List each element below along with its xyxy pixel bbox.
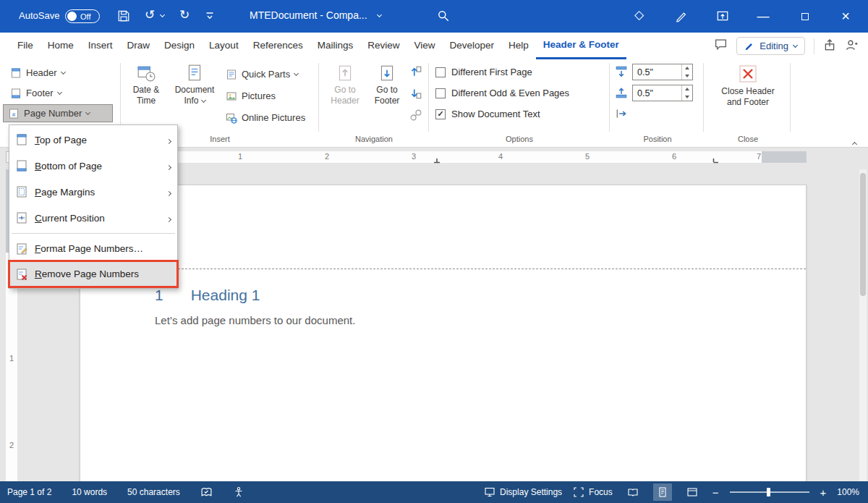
menu-item-page-margins[interactable]: Page Margins [9,179,177,205]
tab-header-footer[interactable]: Header & Footer [536,33,626,59]
quick-access-menu-icon[interactable] [204,9,216,21]
center-tab-stop-icon[interactable] [433,154,441,167]
ribbon-options-icon[interactable] [716,9,729,22]
accessibility-icon[interactable] [233,486,244,498]
tab-home[interactable]: Home [41,33,81,59]
autosave-label: AutoSave [19,10,59,21]
online-pictures-button[interactable]: Online Pictures [221,109,310,127]
menu-item-label: Top of Page [35,135,87,145]
next-icon[interactable] [409,87,422,103]
spin-up-icon[interactable] [682,85,692,93]
menu-item-bottom-of-page[interactable]: Bottom of Page [9,153,177,179]
checkbox-icon[interactable] [435,88,446,98]
scrollbar-thumb[interactable] [860,173,866,296]
page-number-button[interactable]: # Page Number [3,104,113,122]
document-body-text[interactable]: Let’s add page numbers to our document. [155,314,355,326]
tab-review[interactable]: Review [360,33,407,59]
date-time-button[interactable]: Date & Time [124,64,168,106]
spinner-buttons [681,64,692,80]
svg-text:#: # [12,111,16,117]
tab-references[interactable]: References [246,33,310,59]
go-to-header-button[interactable]: Go to Header [324,64,366,106]
autosave-toggle[interactable]: Off [65,9,100,23]
document-heading[interactable]: 1 Heading 1 [155,287,260,304]
header-from-top-spinner[interactable] [632,64,693,80]
document-title[interactable]: MTEDocument - Compa... [250,9,381,21]
quick-parts-button[interactable]: Quick Parts [221,65,302,83]
header-caret-icon [61,69,66,75]
undo-caret-icon[interactable] [161,14,164,17]
word-count[interactable]: 10 words [72,487,107,497]
insert-alignment-tab-icon[interactable] [615,107,628,123]
footer-from-bottom-spinner[interactable] [632,85,693,101]
tab-layout[interactable]: Layout [202,33,246,59]
tab-insert[interactable]: Insert [81,33,120,59]
link-to-previous-icon[interactable] [409,109,422,124]
right-tab-stop-icon[interactable] [712,154,719,167]
diamond-icon[interactable]: ◇ [634,9,644,21]
previous-icon[interactable] [409,65,422,81]
zoom-in-button[interactable]: + [820,486,827,499]
display-settings-button[interactable]: Display Settings [484,486,562,498]
submenu-arrow-icon [167,135,171,145]
proofing-icon[interactable] [200,486,213,499]
tab-mailings[interactable]: Mailings [310,33,361,59]
page-number-icon: # [8,108,20,119]
save-icon[interactable] [117,9,130,22]
maximize-button[interactable] [788,0,822,33]
footer-button[interactable]: Footer [6,84,66,102]
minimize-button[interactable]: — [746,0,780,33]
pictures-button[interactable]: Pictures [221,87,280,105]
read-mode-button[interactable] [624,483,642,501]
menu-item-label: Bottom of Page [35,161,102,172]
web-layout-button[interactable] [683,483,702,501]
ink-pen-icon[interactable] [675,9,688,22]
footer-from-bottom-input[interactable] [633,85,681,101]
tab-view[interactable]: View [407,33,442,59]
people-icon[interactable] [845,38,858,54]
ruler-number: 7 [757,152,761,161]
tab-developer[interactable]: Developer [443,33,502,59]
menu-item-label: Current Position [35,213,105,224]
zoom-out-button[interactable]: − [712,486,719,499]
different-first-page-checkbox[interactable]: Different First Page [435,67,532,77]
tab-help[interactable]: Help [501,33,536,59]
document-page[interactable]: 1 Heading 1 Let’s add page numbers to ou… [80,185,807,481]
menu-item-remove-page-numbers[interactable]: Remove Page Numbers [9,261,177,287]
different-odd-even-checkbox[interactable]: Different Odd & Even Pages [435,88,569,98]
header-from-top-input[interactable] [633,64,681,80]
tab-design[interactable]: Design [157,33,202,59]
spin-up-icon[interactable] [682,64,692,72]
menu-item-format-page-numbers[interactable]: Format Page Numbers… [9,236,177,261]
undo-icon[interactable]: ↺ [145,9,155,21]
spin-down-icon[interactable] [682,72,692,80]
online-pictures-icon [226,112,237,124]
tab-draw[interactable]: Draw [120,33,158,59]
comments-icon[interactable] [714,38,728,54]
close-button[interactable]: × [829,0,862,33]
vertical-scrollbar[interactable] [859,169,867,481]
zoom-slider[interactable] [730,487,809,497]
print-layout-button[interactable] [653,483,672,501]
header-button[interactable]: Header [6,64,69,82]
zoom-thumb[interactable] [767,488,770,496]
document-info-button[interactable]: Document Info [169,64,220,106]
spin-down-icon[interactable] [682,93,692,101]
close-header-footer-button[interactable]: Close Header and Footer [709,64,787,108]
share-icon[interactable] [823,38,836,54]
checkbox-icon[interactable] [435,109,446,119]
redo-icon[interactable]: ↻ [179,9,190,21]
focus-button[interactable]: Focus [573,486,613,498]
go-to-footer-button[interactable]: Go to Footer [367,64,407,106]
page-indicator[interactable]: Page 1 of 2 [7,487,51,497]
checkbox-icon[interactable] [435,67,446,77]
ruler-number: 4 [498,152,503,161]
zoom-level[interactable]: 100% [837,487,859,497]
menu-item-top-of-page[interactable]: Top of Page [9,127,177,153]
tab-file[interactable]: File [10,33,41,59]
search-icon[interactable] [437,9,450,22]
character-count[interactable]: 50 characters [127,487,180,497]
show-document-text-checkbox[interactable]: Show Document Text [435,109,540,119]
editing-mode-button[interactable]: Editing [736,37,805,55]
menu-item-current-position[interactable]: Current Position [9,205,177,231]
